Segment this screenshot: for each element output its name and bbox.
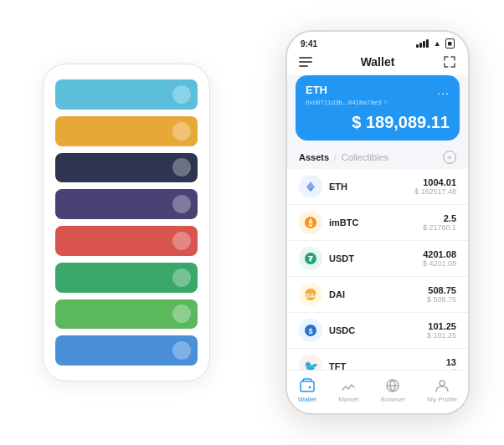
- asset-amount: 508.75: [427, 285, 456, 295]
- nav-wallet[interactable]: Wallet: [298, 377, 316, 403]
- tab-collectibles[interactable]: Collectibles: [342, 152, 388, 162]
- asset-usd: $ 21760.1: [423, 223, 456, 232]
- asset-usd: $ 508.75: [427, 295, 456, 304]
- table-row[interactable]: 🐦 TFT 13 0: [287, 349, 468, 370]
- asset-usd: $ 101.25: [427, 331, 456, 340]
- svg-text:$: $: [308, 327, 312, 335]
- list-item[interactable]: [55, 153, 198, 183]
- nav-browser-label: Browser: [381, 396, 405, 403]
- time-label: 9:41: [301, 39, 317, 49]
- card-icon: [172, 269, 191, 287]
- asset-usd: $ 4201.08: [423, 259, 456, 268]
- asset-amount: 13: [446, 357, 456, 367]
- signal-bar-4: [426, 39, 429, 48]
- page-title: Wallet: [361, 55, 395, 69]
- nav-browser[interactable]: Browser: [381, 377, 405, 403]
- list-item[interactable]: [55, 116, 198, 146]
- wallet-icon: [299, 377, 316, 394]
- eth-icon: [299, 175, 322, 198]
- asset-name: DAI: [329, 289, 427, 299]
- asset-usd: $ 162517.48: [414, 187, 456, 196]
- card-icon: [172, 195, 191, 213]
- hamburger-line: [299, 61, 312, 63]
- eth-address: 0x08711d3b...8418a78e3 ⑃: [306, 99, 450, 106]
- tab-assets[interactable]: Assets: [299, 152, 329, 162]
- battery-icon: ■: [445, 38, 455, 49]
- asset-list: ETH 1004.01 $ 162517.48 ₿ imBTC 2.5 $: [287, 169, 468, 370]
- table-row[interactable]: ₮ USDT 4201.08 $ 4201.08: [287, 241, 468, 277]
- card-icon: [172, 158, 191, 176]
- asset-amounts: 508.75 $ 508.75: [427, 285, 456, 304]
- assets-tabs: Assets / Collectibles: [299, 152, 388, 162]
- eth-symbol: ETH: [306, 84, 327, 96]
- table-row[interactable]: $ USDC 101.25 $ 101.25: [287, 313, 468, 349]
- list-item[interactable]: [55, 79, 198, 110]
- usdc-icon: $: [299, 319, 322, 342]
- card-icon: [172, 304, 191, 323]
- list-item[interactable]: [55, 299, 198, 330]
- hamburger-line: [299, 57, 312, 59]
- tab-divider: /: [334, 153, 337, 162]
- hamburger-line: [299, 65, 308, 67]
- asset-name: USDT: [329, 253, 423, 263]
- svg-point-10: [440, 381, 445, 386]
- card-icon: [172, 232, 191, 250]
- app-header: Wallet: [287, 52, 468, 75]
- asset-name: USDC: [329, 325, 427, 335]
- svg-rect-8: [301, 381, 314, 391]
- asset-name: TFT: [329, 361, 446, 370]
- signal-bar-2: [419, 43, 422, 48]
- browser-icon: [384, 377, 401, 394]
- svg-text:DAI: DAI: [305, 292, 316, 299]
- eth-card[interactable]: ETH ... 0x08711d3b...8418a78e3 ⑃ $ 189,0…: [296, 75, 460, 141]
- signal-bar-3: [423, 41, 425, 48]
- dai-icon: DAI: [299, 283, 322, 306]
- asset-name: imBTC: [329, 217, 423, 228]
- list-item[interactable]: [55, 226, 198, 256]
- asset-amount: 101.25: [427, 321, 456, 331]
- nav-market-label: Market: [338, 396, 358, 403]
- add-asset-button[interactable]: +: [443, 151, 456, 164]
- phone-back: [43, 64, 210, 381]
- svg-text:₮: ₮: [308, 255, 314, 263]
- list-item[interactable]: [55, 263, 198, 293]
- list-item[interactable]: [55, 189, 198, 219]
- tft-icon: 🐦: [299, 355, 322, 370]
- asset-amounts: 1004.01 $ 162517.48: [414, 177, 456, 196]
- scene: 9:41 ▲ ■ Wallet: [18, 9, 486, 436]
- profile-icon: [434, 377, 450, 394]
- asset-name: ETH: [329, 182, 414, 192]
- table-row[interactable]: DAI DAI 508.75 $ 508.75: [287, 277, 468, 313]
- card-icon: [172, 341, 191, 360]
- nav-profile[interactable]: My Profile: [427, 377, 457, 403]
- table-row[interactable]: ₿ imBTC 2.5 $ 21760.1: [287, 205, 468, 241]
- asset-amounts: 2.5 $ 21760.1: [423, 213, 456, 232]
- card-icon: [172, 85, 191, 104]
- asset-amounts: 13 0: [446, 357, 456, 370]
- asset-amounts: 4201.08 $ 4201.08: [423, 249, 456, 268]
- nav-profile-label: My Profile: [427, 396, 457, 403]
- asset-amount: 1004.01: [414, 177, 456, 187]
- eth-balance: $ 189,089.11: [306, 113, 450, 132]
- card-icon: [172, 122, 191, 141]
- asset-amount: 2.5: [423, 213, 456, 223]
- usdt-icon: ₮: [299, 247, 322, 270]
- asset-amounts: 101.25 $ 101.25: [427, 321, 456, 340]
- nav-wallet-label: Wallet: [298, 396, 316, 403]
- list-item[interactable]: [55, 335, 198, 366]
- expand-button[interactable]: [443, 55, 456, 69]
- signal-bar-1: [416, 44, 419, 48]
- eth-more-button[interactable]: ...: [437, 84, 450, 97]
- bottom-nav: Wallet Market Browser: [287, 370, 468, 413]
- hamburger-button[interactable]: [299, 57, 312, 67]
- asset-amount: 4201.08: [423, 249, 456, 259]
- nav-market[interactable]: Market: [338, 377, 358, 403]
- wifi-icon: ▲: [434, 39, 441, 48]
- phone-front: 9:41 ▲ ■ Wallet: [285, 30, 470, 415]
- table-row[interactable]: ETH 1004.01 $ 162517.48: [287, 169, 468, 205]
- imbtc-icon: ₿: [299, 211, 322, 234]
- market-icon: [340, 377, 357, 394]
- status-icons: ▲ ■: [416, 38, 455, 49]
- status-bar: 9:41 ▲ ■: [287, 32, 468, 52]
- assets-header: Assets / Collectibles +: [287, 147, 468, 169]
